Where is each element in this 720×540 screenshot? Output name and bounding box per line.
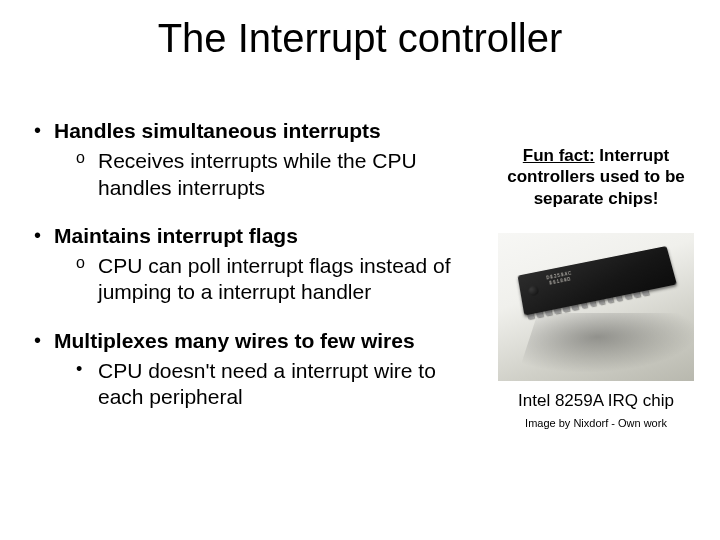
- fun-fact-text: Fun fact: Interrupt controllers used to …: [498, 145, 694, 209]
- bullet-head: Multiplexes many wires to few wires: [54, 329, 415, 352]
- content-area: Handles simultaneous interrupts Receives…: [34, 118, 464, 432]
- slide: The Interrupt controller Handles simulta…: [0, 0, 720, 540]
- bullet-item: Multiplexes many wires to few wires CPU …: [34, 328, 464, 411]
- sidebar: Fun fact: Interrupt controllers used to …: [498, 145, 694, 429]
- chip-marking: D8259AC 8618HD: [546, 270, 574, 287]
- bullet-item: Handles simultaneous interrupts Receives…: [34, 118, 464, 201]
- bullet-list: Handles simultaneous interrupts Receives…: [34, 118, 464, 410]
- sub-bullet: CPU can poll interrupt flags instead of …: [76, 253, 464, 306]
- bullet-item: Maintains interrupt flags CPU can poll i…: [34, 223, 464, 306]
- bullet-head: Maintains interrupt flags: [54, 224, 298, 247]
- sub-bullet: Receives interrupts while the CPU handle…: [76, 148, 464, 201]
- image-credit: Image by Nixdorf - Own work: [498, 417, 694, 429]
- chip-image: D8259AC 8618HD: [498, 233, 694, 381]
- sub-bullet: CPU doesn't need a interrupt wire to eac…: [76, 358, 464, 411]
- slide-title: The Interrupt controller: [0, 16, 720, 61]
- fun-fact-lead: Fun fact:: [523, 146, 595, 165]
- bullet-head: Handles simultaneous interrupts: [54, 119, 381, 142]
- image-caption: Intel 8259A IRQ chip: [498, 391, 694, 411]
